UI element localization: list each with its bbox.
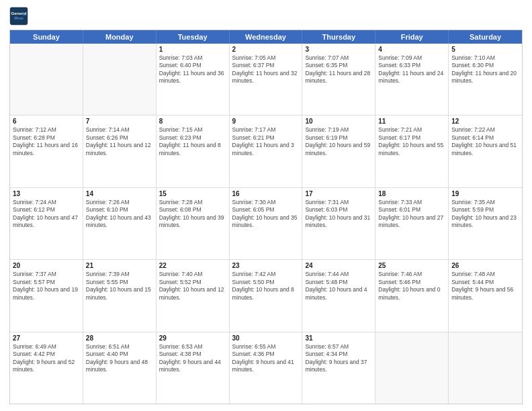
sunset-text: Sunset: 6:08 PM [159, 206, 226, 214]
day-cell-24: 24Sunrise: 7:44 AMSunset: 5:48 PMDayligh… [302, 260, 375, 331]
day-number: 23 [232, 262, 300, 269]
day-cell-8: 8Sunrise: 7:15 AMSunset: 6:23 PMDaylight… [157, 116, 230, 187]
day-cell-19: 19Sunrise: 7:35 AMSunset: 5:59 PMDayligh… [449, 188, 522, 259]
daylight-text: Daylight: 11 hours and 8 minutes. [159, 142, 226, 157]
sunrise-text: Sunrise: 7:28 AM [159, 199, 226, 206]
sunset-text: Sunset: 6:33 PM [378, 62, 445, 69]
sunrise-text: Sunrise: 7:05 AM [232, 54, 300, 62]
weekday-header-tuesday: Tuesday [157, 30, 230, 44]
day-number: 21 [86, 262, 153, 269]
day-cell-20: 20Sunrise: 7:37 AMSunset: 5:57 PMDayligh… [10, 260, 83, 331]
daylight-text: Daylight: 9 hours and 56 minutes. [451, 286, 519, 302]
daylight-text: Daylight: 10 hours and 15 minutes. [86, 286, 153, 302]
weekday-header-wednesday: Wednesday [230, 30, 303, 44]
day-cell-17: 17Sunrise: 7:31 AMSunset: 6:03 PMDayligh… [302, 188, 375, 259]
sunrise-text: Sunrise: 7:24 AM [13, 199, 80, 206]
day-number: 1 [159, 46, 226, 53]
day-number: 9 [232, 118, 300, 125]
day-cell-14: 14Sunrise: 7:26 AMSunset: 6:10 PMDayligh… [83, 188, 157, 259]
page: General Blue SundayMondayTuesdayWednesda… [0, 0, 532, 411]
day-number: 28 [86, 334, 153, 342]
daylight-text: Daylight: 10 hours and 59 minutes. [305, 142, 372, 157]
sunrise-text: Sunrise: 7:35 AM [451, 199, 519, 206]
day-number: 2 [232, 46, 300, 53]
weekday-header-saturday: Saturday [449, 30, 522, 44]
header: General Blue [9, 7, 523, 26]
day-number: 26 [451, 262, 519, 269]
daylight-text: Daylight: 11 hours and 20 minutes. [451, 70, 519, 85]
day-number: 30 [232, 334, 300, 342]
sunset-text: Sunset: 5:59 PM [451, 206, 519, 214]
daylight-text: Daylight: 11 hours and 16 minutes. [13, 142, 80, 157]
sunrise-text: Sunrise: 6:49 AM [13, 343, 80, 351]
sunset-text: Sunset: 5:55 PM [86, 279, 153, 286]
sunset-text: Sunset: 6:23 PM [159, 134, 226, 142]
day-cell-31: 31Sunrise: 6:57 AMSunset: 4:34 PMDayligh… [302, 332, 375, 404]
sunrise-text: Sunrise: 7:40 AM [159, 271, 226, 278]
calendar-row-5: 27Sunrise: 6:49 AMSunset: 4:42 PMDayligh… [10, 332, 522, 404]
sunrise-text: Sunrise: 7:14 AM [86, 126, 153, 134]
day-number: 7 [86, 118, 153, 125]
logo: General Blue [9, 7, 31, 26]
day-cell-13: 13Sunrise: 7:24 AMSunset: 6:12 PMDayligh… [10, 188, 83, 259]
daylight-text: Daylight: 11 hours and 32 minutes. [232, 70, 300, 85]
calendar: SundayMondayTuesdayWednesdayThursdayFrid… [9, 30, 523, 404]
sunset-text: Sunset: 4:42 PM [13, 351, 80, 358]
sunrise-text: Sunrise: 7:39 AM [86, 271, 153, 278]
daylight-text: Daylight: 9 hours and 52 minutes. [13, 359, 80, 374]
sunrise-text: Sunrise: 7:33 AM [378, 199, 445, 206]
day-number: 6 [13, 118, 80, 125]
daylight-text: Daylight: 10 hours and 55 minutes. [378, 142, 445, 157]
sunset-text: Sunset: 6:26 PM [86, 134, 153, 142]
empty-cell-r0c0 [10, 44, 83, 115]
sunset-text: Sunset: 6:14 PM [451, 134, 519, 142]
day-number: 18 [378, 190, 445, 197]
empty-cell-r0c1 [83, 44, 157, 115]
day-number: 16 [232, 190, 300, 197]
sunset-text: Sunset: 4:38 PM [159, 351, 226, 358]
day-cell-27: 27Sunrise: 6:49 AMSunset: 4:42 PMDayligh… [10, 332, 83, 404]
daylight-text: Daylight: 11 hours and 3 minutes. [232, 142, 300, 157]
calendar-row-2: 6Sunrise: 7:12 AMSunset: 6:28 PMDaylight… [10, 116, 522, 187]
sunset-text: Sunset: 6:01 PM [378, 206, 445, 214]
sunrise-text: Sunrise: 7:44 AM [305, 271, 372, 278]
daylight-text: Daylight: 9 hours and 37 minutes. [305, 359, 372, 374]
daylight-text: Daylight: 11 hours and 28 minutes. [305, 70, 372, 85]
sunset-text: Sunset: 5:57 PM [13, 279, 80, 286]
daylight-text: Daylight: 9 hours and 44 minutes. [159, 359, 226, 374]
sunrise-text: Sunrise: 7:42 AM [232, 271, 300, 278]
day-number: 10 [305, 118, 372, 125]
daylight-text: Daylight: 9 hours and 41 minutes. [232, 359, 300, 374]
day-cell-25: 25Sunrise: 7:46 AMSunset: 5:46 PMDayligh… [375, 260, 449, 331]
day-cell-4: 4Sunrise: 7:09 AMSunset: 6:33 PMDaylight… [375, 44, 449, 115]
day-cell-22: 22Sunrise: 7:40 AMSunset: 5:52 PMDayligh… [157, 260, 230, 331]
sunset-text: Sunset: 6:28 PM [13, 134, 80, 142]
weekday-header-thursday: Thursday [302, 30, 375, 44]
daylight-text: Daylight: 10 hours and 43 minutes. [86, 214, 153, 230]
day-cell-12: 12Sunrise: 7:22 AMSunset: 6:14 PMDayligh… [449, 116, 522, 187]
weekday-header-sunday: Sunday [10, 30, 83, 44]
calendar-header: SundayMondayTuesdayWednesdayThursdayFrid… [10, 30, 522, 44]
sunset-text: Sunset: 5:52 PM [159, 279, 226, 286]
daylight-text: Daylight: 10 hours and 0 minutes. [378, 286, 445, 302]
sunset-text: Sunset: 5:48 PM [305, 279, 372, 286]
daylight-text: Daylight: 10 hours and 35 minutes. [232, 214, 300, 230]
day-cell-6: 6Sunrise: 7:12 AMSunset: 6:28 PMDaylight… [10, 116, 83, 187]
sunset-text: Sunset: 6:05 PM [232, 206, 300, 214]
daylight-text: Daylight: 10 hours and 27 minutes. [378, 214, 445, 230]
day-number: 11 [378, 118, 445, 125]
day-number: 3 [305, 46, 372, 53]
sunset-text: Sunset: 6:17 PM [378, 134, 445, 142]
sunrise-text: Sunrise: 7:21 AM [378, 126, 445, 134]
sunset-text: Sunset: 6:10 PM [86, 206, 153, 214]
day-number: 12 [451, 118, 519, 125]
day-cell-23: 23Sunrise: 7:42 AMSunset: 5:50 PMDayligh… [230, 260, 303, 331]
day-number: 17 [305, 190, 372, 197]
day-number: 4 [378, 46, 445, 53]
day-cell-7: 7Sunrise: 7:14 AMSunset: 6:26 PMDaylight… [83, 116, 157, 187]
daylight-text: Daylight: 10 hours and 23 minutes. [451, 214, 519, 230]
day-cell-21: 21Sunrise: 7:39 AMSunset: 5:55 PMDayligh… [83, 260, 157, 331]
day-cell-11: 11Sunrise: 7:21 AMSunset: 6:17 PMDayligh… [375, 116, 449, 187]
sunrise-text: Sunrise: 7:46 AM [378, 271, 445, 278]
daylight-text: Daylight: 10 hours and 39 minutes. [159, 214, 226, 230]
